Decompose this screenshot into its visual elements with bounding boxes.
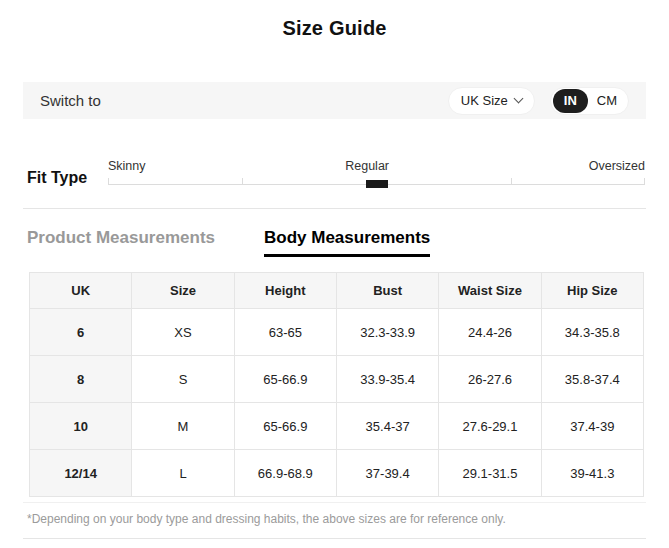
- fit-option-skinny[interactable]: Skinny: [108, 159, 146, 173]
- table-cell: 27.6-29.1: [439, 403, 541, 450]
- table-cell: 26-27.6: [439, 356, 541, 403]
- divider: [23, 502, 646, 503]
- unit-option-cm[interactable]: CM: [588, 89, 626, 113]
- size-system-dropdown[interactable]: UK Size: [448, 87, 535, 115]
- table-row: 10 M 65-66.9 35.4-37 27.6-29.1 37.4-39: [30, 403, 644, 450]
- table-cell: 33.9-35.4: [336, 356, 438, 403]
- table-cell: 8: [30, 356, 132, 403]
- table-cell: 39-41.3: [541, 450, 643, 497]
- table-cell: 34.3-35.8: [541, 309, 643, 356]
- table-cell: 66.9-68.9: [234, 450, 336, 497]
- slider-tick: [108, 178, 109, 184]
- column-header: Height: [234, 273, 336, 309]
- table-cell: 12/14: [30, 450, 132, 497]
- size-system-value: UK Size: [461, 93, 508, 108]
- tab-product-measurements[interactable]: Product Measurements: [27, 228, 215, 254]
- fit-option-oversized[interactable]: Oversized: [589, 159, 645, 173]
- unit-toggle: IN CM: [550, 87, 629, 115]
- fit-type-slider-handle[interactable]: [366, 180, 388, 188]
- table-cell: S: [132, 356, 234, 403]
- table-cell: 37.4-39: [541, 403, 643, 450]
- table-cell: M: [132, 403, 234, 450]
- table-cell: XS: [132, 309, 234, 356]
- table-cell: 29.1-31.5: [439, 450, 541, 497]
- size-table: UK Size Height Bust Waist Size Hip Size …: [29, 272, 644, 497]
- slider-tick: [242, 178, 243, 184]
- switch-bar: Switch to UK Size IN CM: [23, 82, 646, 119]
- measurement-tabs: Product Measurements Body Measurements: [27, 228, 646, 257]
- table-cell: 37-39.4: [336, 450, 438, 497]
- column-header: Bust: [336, 273, 438, 309]
- unit-option-in[interactable]: IN: [553, 89, 588, 113]
- footnote-text: *Depending on your body type and dressin…: [27, 512, 646, 526]
- table-row: 6 XS 63-65 32.3-33.9 24.4-26 34.3-35.8: [30, 309, 644, 356]
- page-title: Size Guide: [0, 0, 669, 40]
- tab-body-measurements[interactable]: Body Measurements: [264, 228, 430, 257]
- switch-controls: UK Size IN CM: [448, 87, 629, 115]
- table-cell: 6: [30, 309, 132, 356]
- table-cell: 10: [30, 403, 132, 450]
- fit-option-regular[interactable]: Regular: [345, 159, 389, 173]
- divider: [23, 538, 646, 539]
- table-cell: 63-65: [234, 309, 336, 356]
- column-header: Hip Size: [541, 273, 643, 309]
- fit-type-section: Fit Type Skinny Regular Oversized: [23, 119, 646, 209]
- table-cell: 35.4-37: [336, 403, 438, 450]
- fit-type-options: Skinny Regular Oversized: [108, 159, 645, 173]
- slider-tick: [644, 178, 645, 184]
- column-header: UK: [30, 273, 132, 309]
- column-header: Waist Size: [439, 273, 541, 309]
- chevron-down-icon: [513, 94, 523, 104]
- table-cell: L: [132, 450, 234, 497]
- size-guide-modal: Size Guide Switch to UK Size IN CM Fit T…: [0, 0, 669, 548]
- table-header-row: UK Size Height Bust Waist Size Hip Size: [30, 273, 644, 309]
- switch-to-label: Switch to: [40, 92, 101, 109]
- table-cell: 65-66.9: [234, 356, 336, 403]
- table-cell: 65-66.9: [234, 403, 336, 450]
- table-cell: 35.8-37.4: [541, 356, 643, 403]
- fit-type-label: Fit Type: [27, 169, 87, 187]
- table-cell: 24.4-26: [439, 309, 541, 356]
- table-row: 12/14 L 66.9-68.9 37-39.4 29.1-31.5 39-4…: [30, 450, 644, 497]
- slider-tick: [511, 178, 512, 184]
- fit-type-slider-track[interactable]: [108, 178, 645, 185]
- column-header: Size: [132, 273, 234, 309]
- table-row: 8 S 65-66.9 33.9-35.4 26-27.6 35.8-37.4: [30, 356, 644, 403]
- table-cell: 32.3-33.9: [336, 309, 438, 356]
